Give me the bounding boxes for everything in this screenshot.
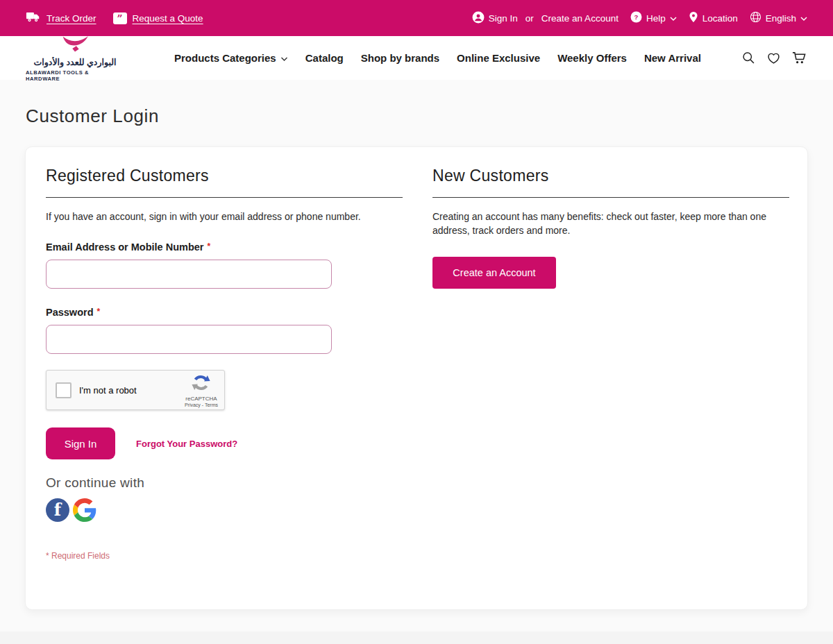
page-title: Customer Login <box>26 105 833 126</box>
footer-strip <box>0 632 833 644</box>
registered-customers-intro: If you have an account, sign in with you… <box>46 210 403 223</box>
facebook-icon[interactable]: f <box>46 498 69 522</box>
recaptcha-logo-icon <box>192 373 210 395</box>
globe-icon <box>750 11 762 25</box>
help-menu[interactable]: ? Help <box>630 11 677 25</box>
quote-icon: ” <box>113 12 127 24</box>
request-quote-link[interactable]: ” Request a Quote <box>113 12 203 24</box>
main-header: البواردي للعدد والأدوات ALBAWARDI TOOLS … <box>0 36 833 80</box>
required-asterisk: * <box>97 307 101 316</box>
request-quote-label: Request a Quote <box>133 13 203 24</box>
chevron-down-icon <box>800 13 807 24</box>
customer-login-card: Registered Customers If you have an acco… <box>25 146 808 610</box>
location-label: Location <box>702 13 738 24</box>
svg-text:?: ? <box>634 13 638 21</box>
language-selector[interactable]: English <box>750 11 807 25</box>
nav-products-categories[interactable]: Products Categories <box>174 52 288 64</box>
track-order-link[interactable]: Track Order <box>26 11 96 25</box>
store-logo[interactable]: البواردي للعدد والأدوات ALBAWARDI TOOLS … <box>26 34 124 82</box>
forgot-password-link[interactable]: Forgot Your Password? <box>136 439 237 449</box>
required-asterisk: * <box>207 242 210 251</box>
create-account-link[interactable]: Create an Account <box>541 13 619 24</box>
sign-in-button[interactable]: Sign In <box>46 427 115 459</box>
recaptcha-brand: reCAPTCHA <box>185 396 217 402</box>
nav-catalog[interactable]: Catalog <box>305 52 344 64</box>
top-utility-bar: Track Order ” Request a Quote Sign In or… <box>0 0 833 36</box>
create-account-button[interactable]: Create an Account <box>432 257 556 289</box>
chevron-down-icon <box>670 13 677 24</box>
help-icon: ? <box>630 11 642 25</box>
nav-label: Products Categories <box>174 52 276 64</box>
registered-customers-heading: Registered Customers <box>46 167 403 198</box>
new-customers-heading: New Customers <box>432 167 789 198</box>
search-icon[interactable] <box>741 51 756 65</box>
account-icon <box>472 11 485 26</box>
track-order-label: Track Order <box>47 13 96 24</box>
recaptcha-checkbox[interactable] <box>56 382 71 398</box>
google-icon[interactable] <box>73 498 96 522</box>
nav-shop-by-brands[interactable]: Shop by brands <box>361 52 439 64</box>
logo-arabic-text: البواردي للعدد والأدوات <box>34 58 117 68</box>
location-pin-icon <box>689 11 698 25</box>
chevron-down-icon <box>280 52 288 64</box>
logo-swoosh-icon <box>57 34 93 58</box>
new-customers-section: New Customers Creating an account has ma… <box>432 167 789 609</box>
wishlist-heart-icon[interactable] <box>766 51 781 65</box>
main-nav: Products Categories Catalog Shop by bran… <box>174 52 701 64</box>
recaptcha-widget: I'm not a robot reCAPTCHA Privacy - Term… <box>46 370 225 410</box>
nav-weekly-offers[interactable]: Weekly Offers <box>557 52 627 64</box>
cart-icon[interactable] <box>791 51 807 65</box>
nav-new-arrival[interactable]: New Arrival <box>644 52 701 64</box>
create-account-label: Create an Account <box>541 13 619 24</box>
language-label: English <box>766 13 796 24</box>
new-customers-intro: Creating an account has many benefits: c… <box>432 210 767 238</box>
email-label: Email Address or Mobile Number* <box>46 242 403 253</box>
password-label: Password* <box>46 307 403 318</box>
continue-with-text: Or continue with <box>46 475 403 491</box>
or-text: or <box>525 13 534 24</box>
help-label: Help <box>646 13 666 24</box>
truck-icon <box>26 11 41 25</box>
recaptcha-privacy-terms[interactable]: Privacy - Terms <box>185 402 218 407</box>
location-link[interactable]: Location <box>689 11 738 25</box>
registered-customers-section: Registered Customers If you have an acco… <box>46 167 403 609</box>
logo-english-text: ALBAWARDI TOOLS & HARDWARE <box>26 69 124 82</box>
nav-online-exclusive[interactable]: Online Exclusive <box>457 52 540 64</box>
sign-in-link[interactable]: Sign In <box>472 11 518 26</box>
sign-in-label: Sign In <box>489 13 518 24</box>
recaptcha-label: I'm not a robot <box>79 385 137 396</box>
required-fields-note: * Required Fields <box>46 551 403 561</box>
email-field[interactable] <box>46 260 332 289</box>
password-field[interactable] <box>46 325 332 354</box>
